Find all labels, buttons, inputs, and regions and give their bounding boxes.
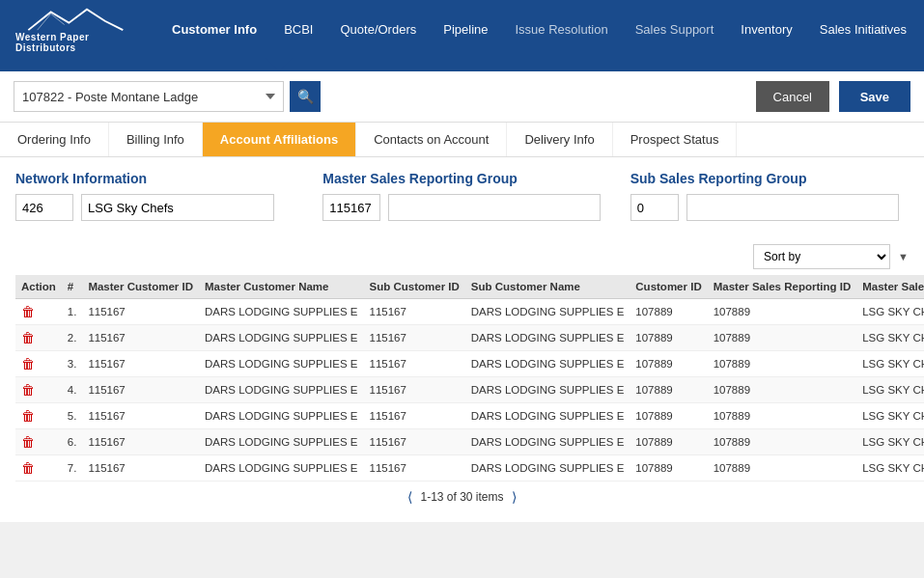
delete-icon[interactable]: 🗑 [21, 408, 35, 424]
row-cid: 107889 [630, 403, 707, 429]
nav-customer-info[interactable]: Customer Info [160, 16, 268, 42]
row-cid: 107889 [630, 455, 707, 482]
row-action[interactable]: 🗑 [15, 455, 62, 482]
row-action[interactable]: 🗑 [15, 299, 62, 325]
search-button[interactable]: 🔍 [290, 81, 321, 112]
row-master-cid: 115167 [82, 377, 199, 403]
row-msrname: LSG SKY CHEFS DIA 426XXXXXX [856, 455, 924, 482]
network-name-input[interactable] [81, 194, 274, 221]
row-num: 3. [62, 351, 83, 377]
logo-area: Western Paper Distributors [15, 5, 131, 53]
nav-sales-initiatives[interactable]: Sales Initiatives [808, 16, 918, 42]
nav-pipeline[interactable]: Pipeline [432, 16, 499, 42]
row-msrid: 107889 [708, 403, 857, 429]
row-master-cid: 115167 [82, 351, 199, 377]
row-sub-cname: DARS LODGING SUPPLIES E [465, 325, 630, 351]
col-msrname: Master Sales Reporting Name [856, 275, 924, 299]
sub-sales-id-input[interactable] [630, 194, 679, 221]
delete-icon[interactable]: 🗑 [21, 434, 35, 450]
row-sub-cid: 115167 [364, 299, 465, 325]
row-action[interactable]: 🗑 [15, 377, 62, 403]
logo-mountains-icon [15, 5, 131, 32]
sort-row: Sort by Master Customer ID Sub Customer … [15, 244, 909, 269]
row-cid: 107889 [630, 299, 707, 325]
row-master-cname: DARS LODGING SUPPLIES E [199, 325, 364, 351]
network-info-title: Network Information [15, 171, 294, 186]
row-action[interactable]: 🗑 [15, 351, 62, 377]
row-sub-cname: DARS LODGING SUPPLIES E [465, 429, 630, 455]
col-sub-cname: Sub Customer Name [465, 275, 630, 299]
row-action[interactable]: 🗑 [15, 325, 62, 351]
row-sub-cname: DARS LODGING SUPPLIES E [465, 403, 630, 429]
master-sales-name-input[interactable] [388, 194, 601, 221]
row-msrid: 107889 [708, 351, 857, 377]
delete-icon[interactable]: 🗑 [21, 460, 35, 476]
table-header-row: Action # Master Customer ID Master Custo… [15, 275, 924, 299]
row-msrid: 107889 [708, 299, 857, 325]
tab-billing-info[interactable]: Billing Info [109, 123, 203, 156]
sub-sales-fields [630, 194, 909, 221]
logo-text: Western Paper Distributors [15, 32, 131, 53]
row-sub-cname: DARS LODGING SUPPLIES E [465, 299, 630, 325]
row-master-cid: 115167 [82, 299, 199, 325]
table-row: 🗑 2. 115167 DARS LODGING SUPPLIES E 1151… [15, 325, 924, 351]
nav-sales-support[interactable]: Sales Support [624, 16, 726, 42]
next-page-button[interactable]: ⟩ [512, 489, 517, 505]
nav-indicator [0, 58, 924, 71]
delete-icon[interactable]: 🗑 [21, 304, 35, 319]
row-msrid: 107889 [708, 377, 857, 403]
master-sales-section: Master Sales Reporting Group [322, 171, 601, 234]
row-sub-cid: 115167 [364, 429, 465, 455]
tab-account-affiliations[interactable]: Account Affiliations [203, 123, 356, 156]
col-action: Action [15, 275, 62, 299]
row-num: 5. [62, 403, 83, 429]
tab-contacts-on-account[interactable]: Contacts on Account [356, 123, 507, 156]
row-master-cname: DARS LODGING SUPPLIES E [199, 299, 364, 325]
nav-issue-resolution[interactable]: Issue Resolution [504, 16, 620, 42]
col-master-cname: Master Customer Name [199, 275, 364, 299]
delete-icon[interactable]: 🗑 [21, 330, 35, 345]
col-sub-cid: Sub Customer ID [364, 275, 465, 299]
row-master-cname: DARS LODGING SUPPLIES E [199, 403, 364, 429]
row-master-cname: DARS LODGING SUPPLIES E [199, 429, 364, 455]
cancel-button[interactable]: Cancel [756, 81, 829, 112]
row-sub-cname: DARS LODGING SUPPLIES E [465, 377, 630, 403]
table-row: 🗑 3. 115167 DARS LODGING SUPPLIES E 1151… [15, 351, 924, 377]
sub-sales-name-input[interactable] [686, 194, 899, 221]
row-master-cid: 115167 [82, 455, 199, 482]
delete-icon[interactable]: 🗑 [21, 356, 35, 372]
row-num: 2. [62, 325, 83, 351]
row-sub-cid: 115167 [364, 403, 465, 429]
master-sales-id-input[interactable] [322, 194, 380, 221]
table-row: 🗑 6. 115167 DARS LODGING SUPPLIES E 1151… [15, 429, 924, 455]
row-sub-cid: 115167 [364, 325, 465, 351]
sort-select[interactable]: Sort by Master Customer ID Sub Customer … [753, 244, 890, 269]
network-info-section: Network Information [15, 171, 294, 234]
row-msrname: LSG SKY CHEFS DIA 426XXXXXX [856, 299, 924, 325]
account-select[interactable]: 107822 - Poste Montane Ladge [14, 81, 284, 112]
row-num: 6. [62, 429, 83, 455]
network-id-input[interactable] [15, 194, 73, 221]
tab-prospect-status[interactable]: Prospect Status [613, 123, 738, 156]
app-header: Western Paper Distributors Customer Info… [0, 0, 924, 58]
tab-delivery-info[interactable]: Delivery Info [507, 123, 612, 156]
row-action[interactable]: 🗑 [15, 403, 62, 429]
row-master-cid: 115167 [82, 429, 199, 455]
tab-ordering-info[interactable]: Ordering Info [0, 123, 109, 156]
row-sub-cid: 115167 [364, 455, 465, 482]
delete-icon[interactable]: 🗑 [21, 382, 35, 398]
prev-page-button[interactable]: ⟨ [407, 489, 412, 505]
col-msrid: Master Sales Reporting ID [708, 275, 857, 299]
row-sub-cid: 115167 [364, 377, 465, 403]
row-master-cname: DARS LODGING SUPPLIES E [199, 455, 364, 482]
row-action[interactable]: 🗑 [15, 429, 62, 455]
row-sub-cid: 115167 [364, 351, 465, 377]
save-button[interactable]: Save [839, 81, 910, 112]
nav-bcbi[interactable]: BCBI [272, 16, 324, 42]
row-num: 4. [62, 377, 83, 403]
nav-quote-orders[interactable]: Quote/Orders [328, 16, 428, 42]
affiliations-table: Action # Master Customer ID Master Custo… [15, 275, 924, 482]
tabs-bar: Ordering Info Billing Info Account Affil… [0, 123, 924, 157]
main-nav: Customer Info BCBI Quote/Orders Pipeline… [160, 16, 918, 42]
nav-inventory[interactable]: Inventory [729, 16, 803, 42]
